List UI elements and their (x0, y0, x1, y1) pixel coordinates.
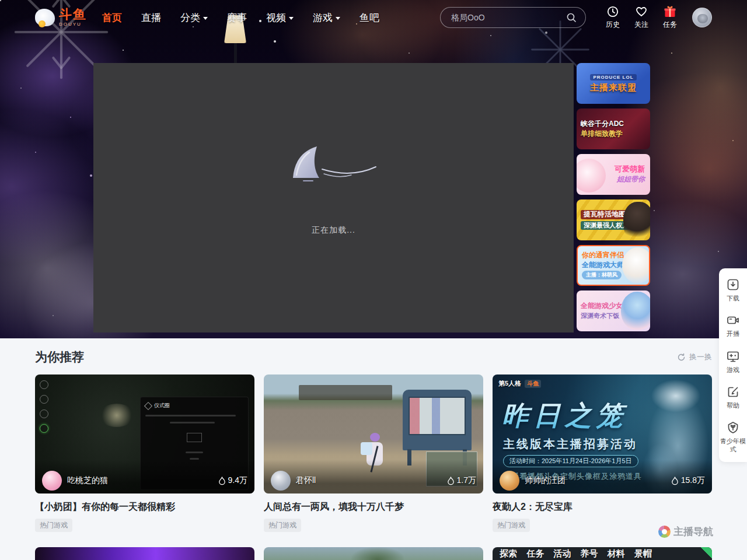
header-actions: 历史 关注 任务 (606, 5, 677, 30)
stream-thumbnail-partial[interactable] (35, 547, 254, 560)
refresh-button[interactable]: 换一换 (677, 352, 712, 362)
live-player[interactable]: 正在加载... (93, 63, 574, 332)
streamer-avatar[interactable] (500, 471, 519, 491)
nav-item-live[interactable]: 直播 (141, 11, 161, 24)
nav-item-home[interactable]: 首页 (102, 11, 122, 24)
download-icon (726, 278, 740, 292)
stream-thumbnail[interactable]: 仪式圈 吃桃芝的猫 9.4万 (35, 374, 254, 494)
nav-item-categories[interactable]: 分类 (180, 11, 208, 24)
promo-banner-list: PRODUCE LOL 主播来联盟 峡谷千分ADC 单排细致教学 可爱萌新 姐姐… (577, 63, 650, 332)
card-grid: 仪式圈 吃桃芝的猫 9.4万 (35, 374, 712, 532)
pinwheel-icon (658, 526, 671, 538)
douyu-mascot-icon (35, 9, 55, 26)
main-nav: 首页 直播 分类 赛事 视频 游戏 鱼吧 (102, 11, 379, 24)
promo-banner-cute-newbie[interactable]: 可爱萌新 姐姐带你 (577, 154, 650, 195)
refresh-icon (677, 353, 686, 362)
brand-subtitle: DOUYU (59, 22, 87, 27)
edit-icon (726, 385, 740, 399)
teen-mode-shield-icon (726, 421, 740, 435)
follow-button[interactable]: 关注 (634, 5, 648, 30)
recommend-section: 为你推荐 换一换 仪式圈 (0, 338, 747, 560)
hot-icon (218, 477, 226, 485)
stream-card[interactable]: 第5人格 斗鱼 昨日之笼 主线版本主播招募活动 活动时间：2025年11月24日… (493, 374, 712, 532)
nav-item-games[interactable]: 游戏 (313, 11, 340, 24)
history-button[interactable]: 历史 (606, 5, 620, 30)
card-grid-row2: 探索 任务 活动 养号 材料 景帽 (35, 547, 712, 560)
gift-icon (663, 5, 677, 18)
start-stream-button[interactable]: 开播 (720, 313, 746, 338)
promo-banner-teyvat-map[interactable]: 提瓦特活地图 深渊最强人权刀 (577, 200, 650, 240)
nav-item-esports[interactable]: 赛事 (227, 11, 247, 24)
tasks-button[interactable]: 任务 (663, 5, 677, 30)
streamer-name: 君怀ll (296, 475, 316, 486)
stream-title[interactable]: 人间总有一两风，填我十万八千梦 (264, 501, 483, 513)
promo-subline: 主线版本主播招募活动 (503, 436, 637, 452)
loading-text: 正在加载... (312, 225, 355, 236)
right-edge-toolbar: 下载 开播 游戏 帮助 青少年模式 (719, 268, 747, 462)
streamer-name: 帅帅的汪团 (525, 475, 566, 486)
stream-thumbnail[interactable]: 君怀ll 1.7万 (264, 374, 483, 494)
help-button[interactable]: 帮助 (720, 385, 746, 410)
viewer-count: 9.4万 (218, 475, 247, 486)
stream-title[interactable]: 夜勤人2：无尽宝库 (493, 501, 712, 513)
chevron-down-icon (203, 17, 208, 20)
chevron-down-icon (289, 17, 294, 20)
promo-headline: 昨日之笼 (502, 398, 628, 434)
promo-banner-lol-alliance[interactable]: PRODUCE LOL 主播来联盟 (577, 63, 650, 104)
section-title: 为你推荐 (35, 349, 84, 365)
top-navigation-bar: 斗鱼 DOUYU 首页 直播 分类 赛事 视频 游戏 鱼吧 历史 (0, 0, 747, 35)
camera-icon (726, 313, 740, 327)
clock-icon (606, 5, 619, 18)
promo-banner-game-girl[interactable]: 全能游戏少女 深渊奇术下饭 (577, 290, 650, 331)
streamer-name: 吃桃芝的猫 (67, 475, 108, 486)
search-icon[interactable] (566, 12, 577, 23)
category-tag[interactable]: 热门游戏 (264, 519, 301, 532)
stream-thumbnail-partial[interactable]: 探索 任务 活动 养号 材料 景帽 (493, 547, 712, 560)
game-center-button[interactable]: 游戏 (720, 349, 746, 374)
category-tag[interactable]: 热门游戏 (493, 519, 530, 532)
brand-name: 斗鱼 (59, 8, 87, 21)
nav-item-videos[interactable]: 视频 (266, 11, 294, 24)
search-box[interactable] (440, 7, 586, 28)
viewer-count: 15.8万 (671, 475, 705, 486)
download-button[interactable]: 下载 (720, 278, 746, 302)
search-input[interactable] (451, 13, 566, 22)
streamer-avatar[interactable] (271, 471, 291, 491)
user-avatar[interactable] (692, 8, 712, 27)
promo-banner-adc-teaching[interactable]: 峡谷千分ADC 单排细致教学 (577, 108, 650, 149)
category-tag[interactable]: 热门游戏 (35, 519, 72, 532)
hot-icon (447, 477, 455, 485)
douyu-logo[interactable]: 斗鱼 DOUYU (35, 8, 87, 27)
douyu-fin-loading-icon (287, 145, 381, 186)
stream-card[interactable]: 君怀ll 1.7万 人间总有一两风，填我十万八千梦 热门游戏 (264, 374, 483, 532)
nav-item-yuba[interactable]: 鱼吧 (359, 11, 379, 24)
chevron-down-icon (336, 17, 340, 20)
streamer-nav-watermark: 主播导航 (658, 525, 713, 538)
stream-title[interactable]: 【小奶团】有你的每一天都很精彩 (35, 501, 254, 513)
heart-icon (635, 5, 648, 18)
game-monitor-icon (726, 349, 740, 363)
stream-card[interactable]: 仪式圈 吃桃芝的猫 9.4万 (35, 374, 254, 532)
viewer-count: 1.7万 (447, 475, 476, 486)
promo-banner-allnight-companion[interactable]: 你的通宵伴侣 全能游戏大师 主播：林萌风 (577, 245, 650, 286)
stream-thumbnail[interactable]: 第5人格 斗鱼 昨日之笼 主线版本主播招募活动 活动时间：2025年11月24日… (493, 374, 712, 494)
hot-icon (671, 477, 679, 485)
teen-mode-button[interactable]: 青少年模式 (720, 421, 746, 454)
douyu-badge: 斗鱼 (525, 380, 541, 388)
streamer-avatar[interactable] (42, 471, 62, 491)
stream-thumbnail-partial[interactable] (264, 547, 483, 560)
